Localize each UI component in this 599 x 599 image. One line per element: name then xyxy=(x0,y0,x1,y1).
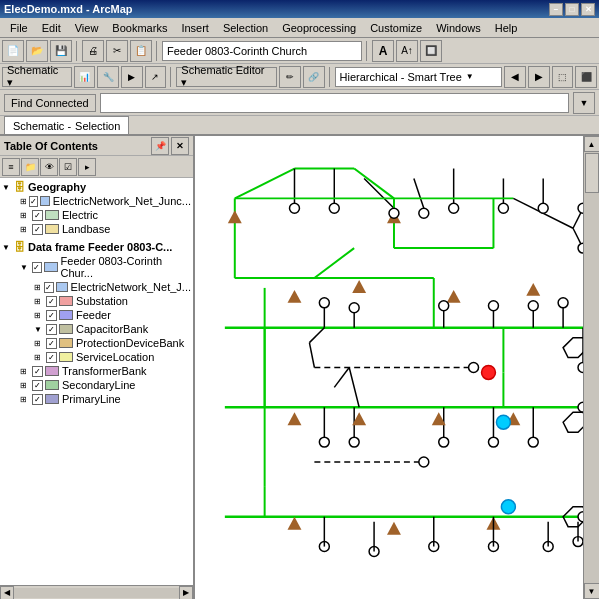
checkbox-substation[interactable] xyxy=(46,296,57,307)
toc-item-capacitor[interactable]: ▼ CapacitorBank xyxy=(0,322,193,336)
schematic-tab[interactable]: Schematic - Selection xyxy=(4,116,129,134)
df-folder-icon: 🗄 xyxy=(14,241,25,253)
find-connected-label: Find Connected xyxy=(4,94,96,112)
toc-item-transformer[interactable]: ⊞ TransformerBank xyxy=(0,364,193,378)
toc-item-substation[interactable]: ⊞ Substation xyxy=(0,294,193,308)
menu-insert[interactable]: Insert xyxy=(175,20,215,36)
svg-point-83 xyxy=(469,363,479,373)
checkbox-transformer[interactable] xyxy=(32,366,43,377)
svg-point-70 xyxy=(528,301,538,311)
toc-item-feeder-parent[interactable]: ▼ Feeder 0803-Corinth Chur... xyxy=(0,254,193,280)
toc-hscrollbar[interactable]: ◀ ▶ xyxy=(0,585,193,599)
map-vscrollbar[interactable]: ▲ ▼ xyxy=(583,136,599,599)
toc-item-primary[interactable]: ⊞ PrimaryLine xyxy=(0,392,193,406)
menu-geoprocessing[interactable]: Geoprocessing xyxy=(276,20,362,36)
schematic-edit-btn2[interactable]: 🔗 xyxy=(303,66,325,88)
svg-point-62 xyxy=(498,203,508,213)
diagram-dropdown[interactable]: Hierarchical - Smart Tree▼ xyxy=(335,67,503,87)
schematic-btn-1[interactable]: 📊 xyxy=(74,66,96,88)
find-connected-input[interactable] xyxy=(100,93,569,113)
toc-scroll-left[interactable]: ◀ xyxy=(0,586,14,600)
menu-view[interactable]: View xyxy=(69,20,105,36)
toolbar-btn-flag[interactable]: 🔲 xyxy=(420,40,442,62)
schematic-edit-btn1[interactable]: ✏ xyxy=(279,66,301,88)
toc-item-secondary[interactable]: ⊞ SecondaryLine xyxy=(0,378,193,392)
checkbox-electric[interactable] xyxy=(32,210,43,221)
minimize-button[interactable]: − xyxy=(549,3,563,16)
toolbar-btn-a2[interactable]: A↑ xyxy=(396,40,418,62)
scroll-thumb[interactable] xyxy=(585,153,599,193)
checkbox-capacitor[interactable] xyxy=(46,324,57,335)
menu-edit[interactable]: Edit xyxy=(36,20,67,36)
electricnet-label: ElectricNetwork_Net_Junc... xyxy=(53,195,191,207)
schematic-btn-2[interactable]: 🔧 xyxy=(97,66,119,88)
svg-point-90 xyxy=(501,500,515,514)
menu-windows[interactable]: Windows xyxy=(430,20,487,36)
svg-point-65 xyxy=(578,243,583,253)
toolbar-btn-open[interactable]: 📂 xyxy=(26,40,48,62)
toc-btn-more[interactable]: ▸ xyxy=(78,158,96,176)
checkbox-secondary[interactable] xyxy=(32,380,43,391)
checkbox-landbase[interactable] xyxy=(32,224,43,235)
svg-point-68 xyxy=(439,301,449,311)
layer-icon-electricnet xyxy=(40,196,50,206)
checkbox-feeder-parent[interactable] xyxy=(32,262,43,273)
maximize-button[interactable]: □ xyxy=(565,3,579,16)
toc-item-landbase[interactable]: ⊞ Landbase xyxy=(0,222,193,236)
schematic-btn-arrow[interactable]: ↗ xyxy=(145,66,167,88)
toc-btn-selection[interactable]: ☑ xyxy=(59,158,77,176)
toolbar-btn-cut[interactable]: ✂ xyxy=(106,40,128,62)
toc-item-electricnet2[interactable]: ⊞ ElectricNetwork_Net_J... xyxy=(0,280,193,294)
toc-pin-button[interactable]: 📌 xyxy=(151,137,169,155)
checkbox-electricnet[interactable] xyxy=(29,196,38,207)
layer-icon-service xyxy=(59,352,73,362)
menu-selection[interactable]: Selection xyxy=(217,20,274,36)
toolbar-btn-a[interactable]: A xyxy=(372,40,394,62)
toc-item-electricnet[interactable]: ⊞ ElectricNetwork_Net_Junc... xyxy=(0,194,193,208)
toc-item-feeder[interactable]: ⊞ Feeder xyxy=(0,308,193,322)
toolbar-btn-copy[interactable]: 📋 xyxy=(130,40,152,62)
svg-point-58 xyxy=(329,203,339,213)
toolbar-btn-new[interactable]: 📄 xyxy=(2,40,24,62)
toc-item-protection[interactable]: ⊞ ProtectionDeviceBank xyxy=(0,336,193,350)
checkbox-feeder[interactable] xyxy=(46,310,57,321)
transformer-label: TransformerBank xyxy=(62,365,147,377)
menu-help[interactable]: Help xyxy=(489,20,524,36)
toc-close-button[interactable]: ✕ xyxy=(171,137,189,155)
en2-label: ElectricNetwork_Net_J... xyxy=(71,281,191,293)
schematic-btn-tool1[interactable]: ⬚ xyxy=(552,66,574,88)
toc-btn-display[interactable]: 👁 xyxy=(40,158,58,176)
schematic-editor-dropdown[interactable]: Schematic Editor ▾ xyxy=(176,67,277,87)
close-button[interactable]: ✕ xyxy=(581,3,595,16)
menu-customize[interactable]: Customize xyxy=(364,20,428,36)
schematic-btn-tool2[interactable]: ⬛ xyxy=(575,66,597,88)
schematic-dropdown[interactable]: Schematic ▾ xyxy=(2,67,72,87)
find-connected-dropdown-arrow[interactable]: ▼ xyxy=(573,92,595,114)
toc-item-electric[interactable]: ⊞ Electric xyxy=(0,208,193,222)
checkbox-primary[interactable] xyxy=(32,394,43,405)
checkbox-electricnet2[interactable] xyxy=(44,282,53,293)
schematic-btn-nav2[interactable]: ▶ xyxy=(528,66,550,88)
toc-header: Table Of Contents 📌 ✕ xyxy=(0,136,193,156)
checkbox-service[interactable] xyxy=(46,352,57,363)
feeder-dropdown[interactable]: Feeder 0803-Corinth Church xyxy=(162,41,362,61)
menu-bookmarks[interactable]: Bookmarks xyxy=(106,20,173,36)
checkbox-protection[interactable] xyxy=(46,338,57,349)
toolbar-btn-save[interactable]: 💾 xyxy=(50,40,72,62)
toc-scroll-right[interactable]: ▶ xyxy=(179,586,193,600)
menu-file[interactable]: File xyxy=(4,20,34,36)
scroll-down-button[interactable]: ▼ xyxy=(584,583,600,599)
schematic-btn-3[interactable]: ▶ xyxy=(121,66,143,88)
schematic-btn-nav1[interactable]: ◀ xyxy=(504,66,526,88)
toc-btn-list[interactable]: ≡ xyxy=(2,158,20,176)
toc-item-service[interactable]: ⊞ ServiceLocation xyxy=(0,350,193,364)
geography-group-header[interactable]: ▼ 🗄 Geography xyxy=(0,180,193,194)
svg-point-89 xyxy=(496,415,510,429)
sep3 xyxy=(366,41,368,61)
map-canvas[interactable] xyxy=(195,136,583,599)
sep2 xyxy=(156,41,158,61)
dataframe-group-header[interactable]: ▼ 🗄 Data frame Feeder 0803-C... xyxy=(0,240,193,254)
toolbar-btn-print[interactable]: 🖨 xyxy=(82,40,104,62)
toc-btn-source[interactable]: 📁 xyxy=(21,158,39,176)
scroll-up-button[interactable]: ▲ xyxy=(584,136,600,152)
